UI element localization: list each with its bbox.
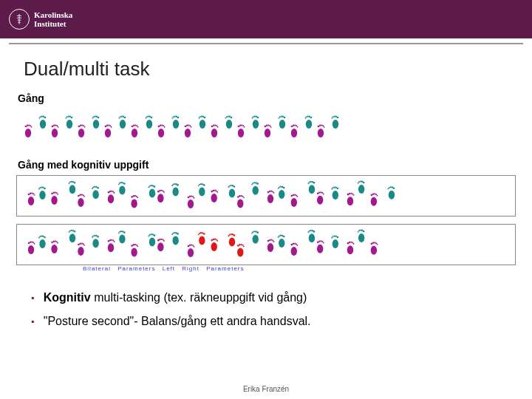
svg-point-53 [137, 126, 139, 128]
svg-point-95 [225, 117, 227, 119]
svg-point-389 [194, 246, 195, 248]
svg-point-314 [30, 242, 31, 243]
svg-point-225 [200, 183, 202, 185]
svg-point-361 [131, 245, 133, 247]
svg-point-193 [131, 196, 133, 198]
svg-point-192 [131, 199, 137, 208]
svg-point-407 [228, 235, 229, 236]
svg-point-367 [154, 234, 156, 236]
svg-point-432 [291, 247, 297, 256]
svg-point-269 [297, 196, 299, 197]
svg-point-28 [83, 125, 84, 126]
svg-point-440 [312, 230, 313, 231]
svg-point-390 [199, 236, 205, 245]
svg-point-384 [188, 248, 194, 257]
svg-point-424 [272, 239, 273, 241]
svg-point-371 [148, 235, 149, 236]
svg-point-79 [204, 117, 206, 119]
svg-point-313 [28, 242, 30, 245]
svg-point-289 [347, 194, 349, 196]
svg-point-438 [309, 233, 315, 242]
svg-point-285 [333, 186, 335, 188]
svg-point-463 [363, 231, 365, 233]
svg-point-133 [318, 126, 320, 128]
svg-point-274 [309, 182, 310, 183]
svg-point-50 [133, 125, 134, 126]
svg-point-152 [42, 187, 44, 188]
svg-point-86 [213, 125, 214, 126]
svg-point-315 [31, 242, 33, 243]
svg-point-236 [232, 185, 233, 186]
svg-point-13 [52, 126, 54, 128]
svg-point-44 [123, 116, 124, 117]
svg-point-260 [282, 186, 283, 188]
svg-point-80 [202, 116, 204, 117]
svg-point-60 [158, 129, 164, 137]
svg-point-368 [152, 233, 154, 235]
svg-point-74 [186, 125, 188, 126]
svg-point-393 [200, 232, 202, 233]
svg-point-38 [106, 125, 108, 126]
svg-point-228 [211, 194, 217, 202]
svg-point-360 [131, 248, 137, 256]
svg-point-61 [158, 126, 160, 128]
svg-point-131 [305, 117, 307, 119]
svg-point-139 [337, 117, 339, 119]
svg-point-125 [297, 126, 299, 128]
svg-point-241 [237, 196, 239, 198]
svg-point-97 [238, 126, 240, 128]
svg-point-286 [332, 187, 334, 188]
seal-icon [9, 9, 30, 30]
svg-point-65 [164, 126, 166, 128]
bullet-2: "Posture second"- Balans/gång ett andra … [31, 315, 516, 328]
bullet-2-text: "Posture second"- Balans/gång ett andra … [44, 315, 311, 327]
svg-point-128 [309, 116, 310, 117]
svg-point-298 [358, 181, 360, 183]
svg-point-41 [111, 126, 112, 128]
svg-point-268 [296, 194, 297, 196]
svg-point-354 [119, 235, 125, 244]
svg-point-81 [201, 116, 202, 117]
svg-point-35 [92, 117, 94, 119]
svg-point-414 [253, 235, 259, 244]
svg-point-392 [202, 232, 203, 233]
svg-point-279 [320, 191, 321, 193]
svg-point-288 [347, 197, 353, 205]
svg-point-331 [74, 231, 76, 233]
slide-body: Dual/multi task Gång [0, 44, 532, 328]
svg-point-176 [95, 186, 97, 188]
svg-point-37 [105, 126, 107, 128]
svg-point-118 [279, 116, 281, 117]
svg-point-422 [269, 239, 270, 241]
svg-point-161 [57, 194, 58, 195]
svg-point-115 [284, 117, 286, 119]
svg-point-337 [78, 244, 80, 246]
svg-point-119 [279, 117, 280, 119]
svg-point-444 [317, 245, 323, 253]
svg-point-5 [31, 126, 33, 128]
svg-point-64 [163, 125, 164, 126]
svg-point-402 [229, 237, 235, 246]
svg-point-372 [157, 242, 163, 251]
svg-point-19 [71, 117, 73, 119]
svg-point-208 [163, 190, 164, 191]
svg-point-36 [105, 129, 111, 137]
svg-point-239 [228, 186, 229, 188]
svg-point-92 [229, 116, 231, 117]
svg-point-231 [214, 190, 216, 191]
svg-point-459 [350, 242, 352, 243]
svg-point-292 [352, 193, 353, 194]
svg-point-216 [188, 200, 194, 208]
svg-point-309 [389, 186, 391, 188]
svg-point-129 [307, 116, 309, 117]
svg-point-327 [55, 240, 56, 242]
svg-point-411 [241, 244, 242, 245]
svg-point-240 [237, 200, 243, 208]
svg-point-425 [273, 241, 275, 242]
slide-title: Dual/multi task [24, 58, 516, 81]
svg-point-350 [109, 239, 111, 241]
svg-point-359 [118, 232, 120, 233]
svg-point-436 [296, 243, 297, 245]
svg-point-335 [68, 231, 69, 233]
svg-point-209 [163, 191, 165, 193]
